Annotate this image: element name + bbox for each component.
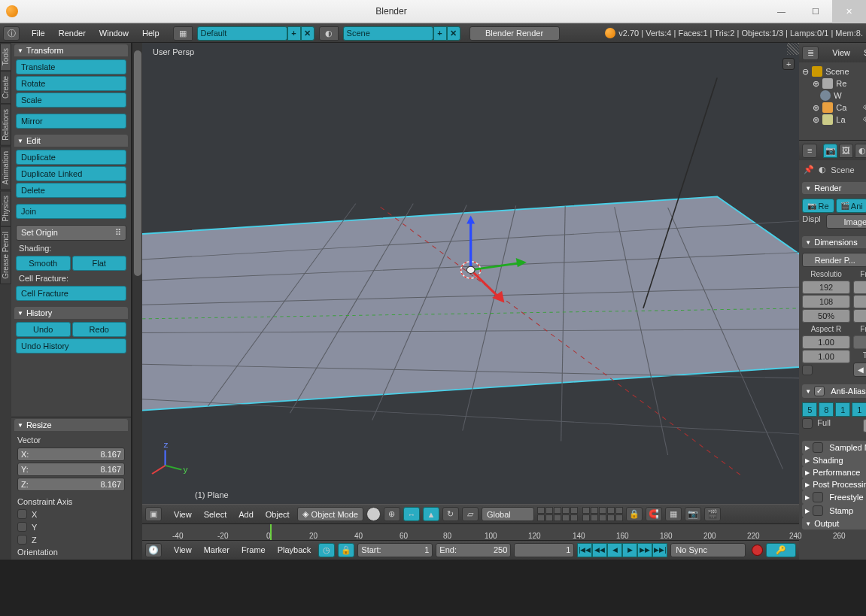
scene-dropdown[interactable]: Scene <box>343 26 433 41</box>
render-anim-preview-icon[interactable]: 🎬 <box>704 507 721 521</box>
duplicate-linked-button[interactable]: Duplicate Linked <box>16 166 126 181</box>
aa-samples-11[interactable]: 1 <box>835 402 850 417</box>
menu-window[interactable]: Window <box>93 29 135 38</box>
tab-relations[interactable]: Relations <box>0 104 11 146</box>
op-constraint-x[interactable]: X <box>13 508 129 520</box>
editor-type-info-icon[interactable]: ⓘ <box>3 26 20 41</box>
aspect-y-field[interactable]: 1.00 <box>802 350 850 363</box>
panel-transform-header[interactable]: Transform <box>14 44 128 56</box>
scene-add-button[interactable]: + <box>433 26 447 41</box>
aa-enable-checkbox[interactable] <box>814 386 825 396</box>
duplicate-button[interactable]: Duplicate <box>16 150 126 165</box>
tl-menu-marker[interactable]: Marker <box>199 545 234 554</box>
vp-menu-select[interactable]: Select <box>199 510 232 519</box>
op-constraint-z[interactable]: Z <box>13 533 129 546</box>
op-x-field[interactable]: X:8.167 <box>17 448 125 461</box>
shade-smooth-button[interactable]: Smooth <box>16 256 71 271</box>
render-engine-dropdown[interactable]: Blender Render <box>469 26 560 41</box>
output-panel[interactable]: Output <box>802 517 866 530</box>
lock-time-icon[interactable]: 🔒 <box>338 543 354 557</box>
res-percentage-field[interactable]: 50% <box>802 309 850 323</box>
vp-menu-view[interactable]: View <box>169 510 196 519</box>
close-button[interactable]: ✕ <box>832 0 866 23</box>
manipulator-rotate-icon[interactable]: ↻ <box>442 507 459 521</box>
ol-item-camera[interactable]: ⊕Ca👁↖📷 <box>799 102 866 114</box>
vp-menu-object[interactable]: Object <box>261 510 294 519</box>
panel-edit-header[interactable]: Edit <box>14 135 128 147</box>
tl-menu-frame[interactable]: Frame <box>237 545 270 554</box>
sampled-motion-panel[interactable]: Sampled Motio <box>802 441 866 454</box>
prop-tab-render-icon[interactable]: 📷 <box>823 144 837 158</box>
time-remap-old[interactable]: ◀ <box>853 363 866 377</box>
prop-tab-scene-icon[interactable]: ◐ <box>855 144 866 158</box>
aa-filter-size-field[interactable]: 1.00 <box>863 419 866 432</box>
transform-orientation-dropdown[interactable]: Global <box>482 507 534 521</box>
freestyle-panel[interactable]: Freestyle <box>802 490 866 504</box>
tl-current-frame-field[interactable]: 1 <box>514 543 574 557</box>
performance-panel[interactable]: Performance <box>802 466 866 478</box>
ol-item-renderlayers[interactable]: ⊕Re <box>799 77 866 90</box>
render-preview-icon[interactable]: 📷 <box>685 507 701 521</box>
stamp-panel[interactable]: Stamp <box>802 504 866 517</box>
timeline-ruler[interactable]: -40 -20 0 20 40 60 80 100 120 140 160 18… <box>142 524 799 541</box>
set-origin-dropdown[interactable]: Set Origin⠿ <box>16 225 126 241</box>
auto-keyframe-toggle[interactable] <box>752 545 763 556</box>
jump-to-end-button[interactable]: ▶▶| <box>652 543 667 557</box>
panel-history-header[interactable]: History <box>14 307 128 319</box>
interaction-mode-dropdown[interactable]: ◈ Object Mode <box>297 507 363 521</box>
eye-icon[interactable]: 👁 <box>863 115 866 125</box>
tool-shelf-scrollbar[interactable] <box>132 43 142 560</box>
fps-field[interactable]: 24 fps <box>853 335 866 349</box>
op-y-field[interactable]: Y:8.167 <box>17 463 125 476</box>
redo-button[interactable]: Redo <box>72 322 127 337</box>
eye-icon[interactable]: 👁 <box>863 103 866 113</box>
render-animation-button[interactable]: 🎬Ani <box>836 199 866 213</box>
tl-menu-view[interactable]: View <box>169 545 196 554</box>
aa-samples-8[interactable]: 8 <box>819 402 834 417</box>
op-constraint-y[interactable]: Y <box>13 520 129 533</box>
join-button[interactable]: Join <box>16 204 126 219</box>
ol-item-world[interactable]: W <box>799 90 866 102</box>
tab-tools[interactable]: Tools <box>0 43 11 71</box>
rotate-button[interactable]: Rotate <box>16 76 126 91</box>
op-z-field[interactable]: Z:8.167 <box>17 478 125 491</box>
snap-toggle-icon[interactable]: 🧲 <box>646 507 662 521</box>
use-preview-range-icon[interactable]: ◷ <box>318 543 335 557</box>
res-y-field[interactable]: 108 <box>802 295 850 308</box>
frame-start-field[interactable]: St: 1 <box>853 281 866 294</box>
layer-buttons[interactable] <box>537 507 623 521</box>
aspect-x-field[interactable]: 1.00 <box>802 335 850 349</box>
menu-help[interactable]: Help <box>136 29 166 38</box>
scene-delete-button[interactable]: ✕ <box>447 26 460 41</box>
manipulator-translate-icon[interactable]: ▲ <box>423 507 439 521</box>
dimensions-panel-header[interactable]: Dimensions <box>802 236 866 248</box>
jump-to-start-button[interactable]: |◀◀ <box>577 543 592 557</box>
screen-layout-browse-icon[interactable]: ▦ <box>173 26 193 41</box>
shade-flat-button[interactable]: Flat <box>72 256 127 271</box>
editor-type-3dview-icon[interactable]: ▣ <box>145 507 162 521</box>
aa-panel-header[interactable]: Anti-Aliasing <box>802 384 866 398</box>
editor-type-properties-icon[interactable]: ≡ <box>802 144 817 158</box>
lock-camera-icon[interactable]: 🔒 <box>626 507 643 521</box>
tab-physics[interactable]: Physics <box>0 190 11 226</box>
viewport-shading-dropdown[interactable]: ● <box>366 507 381 521</box>
menu-render[interactable]: Render <box>53 29 92 38</box>
mirror-button[interactable]: Mirror <box>16 114 126 129</box>
manipulator-toggle[interactable]: ↔ <box>403 507 420 521</box>
ol-menu-search[interactable]: Search <box>859 48 866 57</box>
screen-layout-delete-button[interactable]: ✕ <box>301 26 314 41</box>
minimize-button[interactable]: — <box>764 0 798 23</box>
ol-item-lamp[interactable]: ⊕La👁↖📷 <box>799 114 866 126</box>
border-checkbox[interactable] <box>802 365 813 375</box>
cell-fracture-button[interactable]: Cell Fracture <box>16 286 126 301</box>
sync-mode-dropdown[interactable]: No Sync <box>670 543 746 557</box>
render-panel-header[interactable]: Render <box>802 182 866 194</box>
ol-item-scene[interactable]: ⊖Scene <box>799 65 866 77</box>
aa-samples-16[interactable]: 1 <box>852 402 866 417</box>
screen-layout-add-button[interactable]: + <box>287 26 301 41</box>
scale-button[interactable]: Scale <box>16 93 126 108</box>
operator-header[interactable]: Resize <box>14 419 128 431</box>
maximize-button[interactable]: ☐ <box>798 0 832 23</box>
undo-button[interactable]: Undo <box>16 322 71 337</box>
shading-panel[interactable]: Shading <box>802 454 866 466</box>
